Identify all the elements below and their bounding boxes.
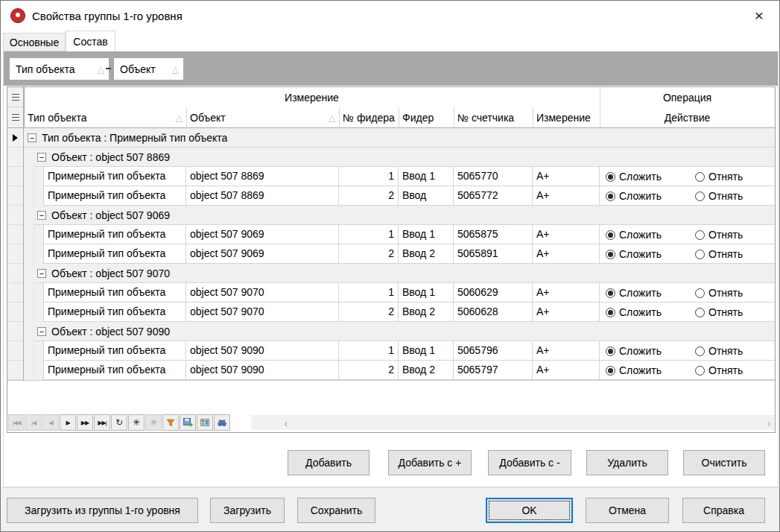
cell-feeder-no[interactable]: 2 (339, 303, 399, 322)
column-header-meter-no[interactable]: № счетчика (454, 107, 533, 128)
radio-add-icon[interactable] (606, 288, 615, 298)
radio-subtract-icon[interactable] (695, 230, 705, 240)
row-indicator-cell[interactable] (7, 341, 24, 361)
cell-measure[interactable]: A+ (533, 341, 600, 361)
row-indicator-cell[interactable] (7, 322, 24, 341)
cell-feeder[interactable]: Ввод 1 (399, 167, 454, 186)
radio-subtract-icon[interactable] (695, 308, 705, 317)
tab-sostav[interactable]: Состав (66, 31, 115, 51)
group-chip-object[interactable]: Объект △ (114, 58, 183, 80)
nav-last-button[interactable]: ▶▶| (94, 414, 110, 431)
cell-feeder[interactable]: Ввод 2 (399, 244, 454, 264)
nav-new-record-button[interactable]: ✳ (128, 414, 145, 431)
cell-measure[interactable]: A+ (533, 186, 600, 206)
cell-object-type[interactable]: Примерный тип объекта (43, 283, 186, 303)
ok-button[interactable]: OK (486, 498, 573, 523)
radio-add-icon[interactable] (606, 250, 615, 259)
cell-object-type[interactable]: Примерный тип объекта (43, 341, 186, 361)
nav-filter-button[interactable] (162, 414, 179, 431)
collapse-icon[interactable]: − (37, 327, 46, 336)
cell-measure[interactable]: A+ (533, 167, 600, 186)
row-indicator-cell[interactable] (7, 244, 24, 264)
action-radio-subtract[interactable]: Отнять (695, 244, 743, 264)
band-header-measurement[interactable]: Измерение (24, 87, 600, 107)
cell-meter-no[interactable]: 5065797 (454, 361, 533, 380)
radio-subtract-icon[interactable] (695, 366, 705, 376)
cell-meter-no[interactable]: 5065772 (454, 186, 533, 206)
row-indicator-cell[interactable] (7, 167, 24, 186)
cell-object[interactable]: object 507 9090 (186, 341, 339, 361)
close-button[interactable]: × (748, 5, 770, 26)
action-radio-subtract[interactable]: Отнять (695, 283, 743, 303)
radio-add-icon[interactable] (606, 230, 615, 240)
cell-meter-no[interactable]: 5065875 (454, 225, 533, 244)
sort-ascending-icon[interactable]: △ (90, 64, 104, 75)
action-radio-subtract[interactable]: Отнять (695, 225, 743, 244)
cell-object-type[interactable]: Примерный тип объекта (43, 225, 186, 244)
cell-feeder[interactable]: Ввод 1 (399, 283, 454, 303)
nav-refresh-button[interactable]: ↻ (111, 414, 127, 431)
cell-measure[interactable]: A+ (533, 303, 600, 322)
cell-measure[interactable]: A+ (533, 361, 600, 380)
row-indicator-cell[interactable] (7, 186, 24, 206)
cell-object-type[interactable]: Примерный тип объекта (43, 186, 186, 206)
cell-meter-no[interactable]: 5065770 (454, 167, 533, 186)
nav-next-button[interactable]: ▶ (60, 414, 76, 431)
cell-object[interactable]: object 507 8869 (186, 186, 339, 206)
sort-ascending-icon[interactable]: △ (165, 64, 179, 75)
cell-feeder-no[interactable]: 1 (339, 225, 399, 244)
cell-object-type[interactable]: Примерный тип объекта (43, 244, 186, 264)
clear-button[interactable]: Очистить (683, 450, 765, 475)
cell-feeder-no[interactable]: 2 (339, 244, 399, 264)
collapse-icon[interactable]: − (37, 211, 46, 220)
nav-layout-button[interactable] (197, 414, 213, 431)
action-radio-add[interactable]: Сложить (606, 341, 662, 361)
column-header-feeder[interactable]: Фидер (399, 107, 454, 128)
cell-feeder[interactable]: Ввод 1 (399, 225, 454, 244)
row-indicator-cell[interactable] (7, 283, 24, 303)
radio-subtract-icon[interactable] (695, 250, 705, 259)
grid-menu-cell[interactable] (7, 107, 24, 128)
row-indicator-cell[interactable] (7, 206, 24, 225)
save-button[interactable]: Сохранить (297, 498, 375, 523)
cancel-button[interactable]: Отмена (586, 498, 669, 523)
action-radio-subtract[interactable]: Отнять (695, 361, 743, 380)
help-button[interactable]: Справка (682, 498, 765, 523)
cell-feeder-no[interactable]: 1 (339, 283, 399, 303)
action-radio-subtract[interactable]: Отнять (695, 186, 743, 206)
cell-meter-no[interactable]: 5060629 (454, 283, 533, 303)
nav-find-button[interactable] (214, 414, 230, 431)
row-indicator-cell[interactable] (7, 128, 24, 148)
cell-object[interactable]: object 507 9069 (186, 244, 339, 264)
action-radio-subtract[interactable]: Отнять (695, 341, 743, 361)
column-header-object[interactable]: Объект △ (186, 107, 339, 128)
cell-measure[interactable]: A+ (533, 244, 600, 264)
action-radio-subtract[interactable]: Отнять (695, 303, 743, 322)
action-radio-add[interactable]: Сложить (606, 303, 662, 322)
group-row-object[interactable]: −Объект : object 507 9070 (34, 264, 775, 283)
radio-add-icon[interactable] (606, 308, 615, 317)
scroll-left-icon[interactable]: ‹ (284, 415, 288, 430)
action-radio-add[interactable]: Сложить (606, 186, 662, 206)
cell-object[interactable]: object 507 9069 (186, 225, 339, 244)
collapse-icon[interactable]: − (28, 133, 37, 142)
group-chip-object-type[interactable]: Тип объекта △ (10, 58, 109, 80)
action-radio-add[interactable]: Сложить (606, 244, 662, 264)
action-radio-add[interactable]: Сложить (606, 283, 662, 303)
column-header-feeder-no[interactable]: № фидера (339, 107, 399, 128)
tab-osnovnye[interactable]: Основные (3, 33, 66, 51)
add-plus-button[interactable]: Добавить с + (388, 450, 472, 475)
nav-next-page-button[interactable]: ▶▶ (77, 414, 93, 431)
cell-feeder[interactable]: Ввод 2 (399, 303, 454, 322)
cell-object-type[interactable]: Примерный тип объекта (43, 303, 186, 322)
cell-object[interactable]: object 507 8869 (186, 167, 339, 186)
radio-add-icon[interactable] (606, 366, 615, 376)
collapse-icon[interactable]: − (37, 153, 46, 162)
cell-feeder-no[interactable]: 2 (339, 361, 399, 380)
cell-object[interactable]: object 507 9070 (186, 283, 339, 303)
cell-meter-no[interactable]: 5065891 (454, 244, 533, 264)
action-radio-add[interactable]: Сложить (606, 167, 662, 186)
delete-button[interactable]: Удалить (586, 450, 668, 475)
radio-add-icon[interactable] (606, 191, 615, 201)
group-row-object-type[interactable]: −Тип объекта : Примерный тип объекта (24, 128, 775, 148)
